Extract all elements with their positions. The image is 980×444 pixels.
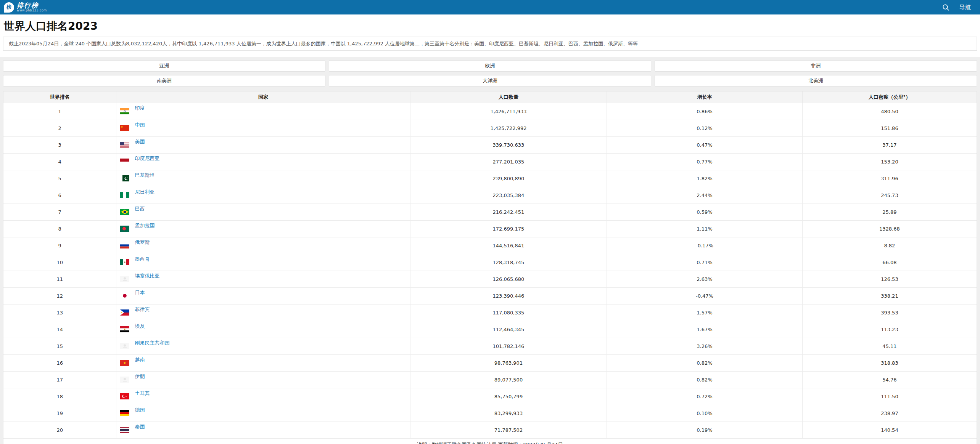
country-link[interactable]: 孟加拉国 xyxy=(120,224,154,232)
usa-flag-icon xyxy=(120,142,129,148)
country-link[interactable]: 巴西 xyxy=(120,208,145,215)
population-cell: 216,242,451 xyxy=(410,204,607,220)
placeholder-flag-icon xyxy=(120,343,129,349)
continent-filter-grid: 亚洲 欧洲 非洲 南美洲 大洋洲 北美洲 xyxy=(3,60,977,87)
country-link[interactable]: 中国 xyxy=(120,124,145,131)
country-cell: 越南 xyxy=(116,354,410,371)
country-link[interactable]: 印度尼西亚 xyxy=(120,157,159,165)
table-row: 7 巴西 216,242,451 0.59% 25.89 xyxy=(3,204,977,220)
continent-button-asia[interactable]: 亚洲 xyxy=(3,60,325,72)
growth-cell: 2.63% xyxy=(607,271,803,287)
density-cell: 111.50 xyxy=(802,388,977,405)
continent-button-oceania[interactable]: 大洋洲 xyxy=(329,75,651,87)
table-row: 8 孟加拉国 172,699,175 1.11% 1328.68 xyxy=(3,220,977,237)
population-cell: 98,763,901 xyxy=(410,354,607,371)
table-row: 9 俄罗斯 144,516,841 -0.17% 8.82 xyxy=(3,237,977,254)
country-name: 埃塞俄比亚 xyxy=(135,273,159,279)
country-name: 土耳其 xyxy=(135,391,150,396)
table-header-row: 世界排名 国家 人口数量 增长率 人口密度（公里²） xyxy=(3,91,977,103)
rank-cell: 20 xyxy=(3,422,116,438)
rank-cell: 2 xyxy=(3,120,116,136)
nigeria-flag-icon xyxy=(120,192,129,198)
country-name: 孟加拉国 xyxy=(135,223,154,228)
country-link[interactable]: 刚果民主共和国 xyxy=(120,342,169,349)
country-link[interactable]: 泰国 xyxy=(120,426,145,433)
country-name: 菲律宾 xyxy=(135,307,150,312)
country-link[interactable]: 俄罗斯 xyxy=(120,241,150,248)
rank-cell: 8 xyxy=(3,220,116,237)
country-link[interactable]: 伊朗 xyxy=(120,375,145,383)
growth-cell: 0.12% xyxy=(607,120,803,136)
russia-flag-icon xyxy=(120,242,129,248)
country-link[interactable]: 土耳其 xyxy=(120,392,150,399)
continent-button-south-america[interactable]: 南美洲 xyxy=(3,75,325,87)
country-link[interactable]: 埃塞俄比亚 xyxy=(120,275,159,282)
table-row: 14 埃及 112,464,345 1.67% 113.23 xyxy=(3,321,977,338)
country-link[interactable]: 印度 xyxy=(120,107,145,114)
population-cell: 112,464,345 xyxy=(410,321,607,338)
table-row: 19 德国 83,299,933 0.10% 238.97 xyxy=(3,405,977,422)
population-cell: 85,750,799 xyxy=(410,388,607,405)
col-header-country: 国家 xyxy=(116,91,410,103)
country-name: 刚果民主共和国 xyxy=(135,340,169,346)
density-cell: 153.20 xyxy=(802,153,977,170)
country-name: 印度 xyxy=(135,106,145,111)
country-link[interactable]: 埃及 xyxy=(120,325,145,332)
country-link[interactable]: 美国 xyxy=(120,141,145,148)
population-cell: 1,426,711,933 xyxy=(410,103,607,120)
country-name: 中国 xyxy=(135,122,145,128)
population-cell: 123,390,446 xyxy=(410,287,607,304)
country-link[interactable]: 日本 xyxy=(120,292,145,299)
search-icon[interactable] xyxy=(942,4,949,11)
country-cell: 德国 xyxy=(116,405,410,422)
rank-cell: 4 xyxy=(3,153,116,170)
table-row: 15 刚果民主共和国 101,782,146 3.26% 45.11 xyxy=(3,338,977,354)
country-link[interactable]: 菲律宾 xyxy=(120,308,150,316)
page-title: 世界人口排名2023 xyxy=(4,20,976,33)
country-name: 伊朗 xyxy=(135,374,145,379)
population-cell: 1,425,722,992 xyxy=(410,120,607,136)
country-link[interactable]: 德国 xyxy=(120,409,145,416)
brazil-flag-icon xyxy=(120,209,129,215)
continent-button-europe[interactable]: 欧洲 xyxy=(329,60,651,72)
country-link[interactable]: 墨西哥 xyxy=(120,258,150,265)
col-header-rank: 世界排名 xyxy=(3,91,116,103)
growth-cell: 1.57% xyxy=(607,304,803,321)
country-link[interactable]: 尼日利亚 xyxy=(120,191,154,198)
table-row: 1 印度 1,426,711,933 0.86% 480.50 xyxy=(3,103,977,120)
site-logo[interactable]: 榜 排行榜 www.phb123.com xyxy=(4,2,47,13)
country-cell: 埃塞俄比亚 xyxy=(116,271,410,287)
population-cell: 223,035,384 xyxy=(410,187,607,204)
country-name: 尼日利亚 xyxy=(135,189,154,195)
continent-button-north-america[interactable]: 北美洲 xyxy=(655,75,977,87)
country-cell: 印度尼西亚 xyxy=(116,153,410,170)
logo-title: 排行榜 xyxy=(17,2,47,9)
pakistan-flag-icon xyxy=(120,175,129,181)
logo-icon: 榜 xyxy=(4,2,14,13)
continent-button-africa[interactable]: 非洲 xyxy=(655,60,977,72)
density-cell: 245.73 xyxy=(802,187,977,204)
india-flag-icon xyxy=(120,108,129,114)
density-cell: 238.97 xyxy=(802,405,977,422)
growth-cell: 0.19% xyxy=(607,422,803,438)
rank-cell: 14 xyxy=(3,321,116,338)
country-cell: 印度 xyxy=(116,103,410,120)
growth-cell: 0.86% xyxy=(607,103,803,120)
country-name: 德国 xyxy=(135,407,145,413)
turkey-flag-icon xyxy=(120,393,129,399)
nav-menu-link[interactable]: 导航 xyxy=(959,4,971,11)
population-cell: 126,065,680 xyxy=(410,271,607,287)
density-cell: 54.76 xyxy=(802,371,977,388)
rank-cell: 7 xyxy=(3,204,116,220)
rank-cell: 6 xyxy=(3,187,116,204)
table-row: 2 中国 1,425,722,992 0.12% 151.86 xyxy=(3,120,977,136)
country-link[interactable]: 巴基斯坦 xyxy=(120,174,154,181)
growth-cell: -0.17% xyxy=(607,237,803,254)
rank-cell: 16 xyxy=(3,354,116,371)
country-link[interactable]: 越南 xyxy=(120,359,145,366)
country-cell: 刚果民主共和国 xyxy=(116,338,410,354)
population-cell: 101,782,146 xyxy=(410,338,607,354)
density-cell: 480.50 xyxy=(802,103,977,120)
density-cell: 45.11 xyxy=(802,338,977,354)
population-cell: 83,299,933 xyxy=(410,405,607,422)
